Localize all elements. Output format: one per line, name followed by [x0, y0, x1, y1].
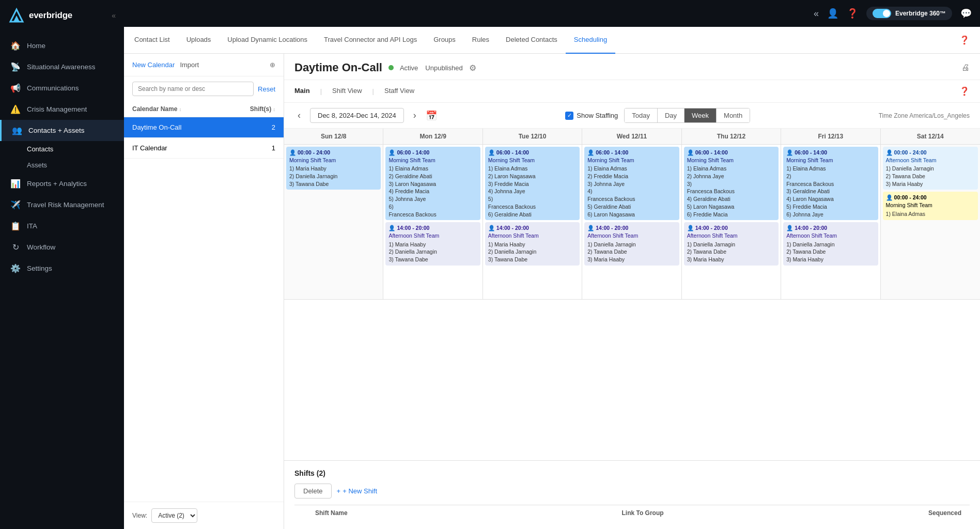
- search-input[interactable]: [132, 82, 254, 96]
- view-day-button[interactable]: Day: [657, 108, 684, 122]
- import-button[interactable]: Import: [180, 61, 199, 69]
- show-staffing-checkbox[interactable]: [565, 112, 573, 120]
- col-link-to-group: Link To Group: [622, 509, 929, 517]
- everbridge-360-toggle[interactable]: Everbridge 360™: [866, 7, 952, 20]
- toggle-switch[interactable]: [873, 9, 891, 18]
- shift-block[interactable]: 👤 06:00 - 14:00 Morning Shift Team 1) El…: [584, 147, 679, 220]
- user-icon[interactable]: 👤: [827, 8, 838, 19]
- shift-person: 2): [786, 173, 875, 180]
- new-shift-button[interactable]: + + New Shift: [337, 487, 377, 495]
- prev-week-button[interactable]: ‹: [294, 109, 304, 122]
- new-calendar-button[interactable]: New Calendar: [132, 61, 175, 69]
- show-staffing-row: Show Staffing: [565, 112, 618, 120]
- shift-block-morning-sat[interactable]: 👤 00:00 - 24:00 Morning Shift Team 1) El…: [883, 192, 978, 220]
- shift-name: Morning Shift Team: [388, 157, 477, 164]
- tab-rules[interactable]: Rules: [464, 27, 497, 54]
- shift-block-afternoon[interactable]: 👤 14:00 - 20:00 Afternoon Shift Team 1) …: [584, 222, 679, 265]
- shift-block[interactable]: 👤 00:00 - 24:00 Morning Shift Team 1) Ma…: [286, 147, 381, 190]
- view-month-button[interactable]: Month: [716, 108, 750, 122]
- shift-block-afternoon[interactable]: 👤 14:00 - 20:00 Afternoon Shift Team 1) …: [385, 222, 480, 265]
- shift-name: Afternoon Shift Team: [886, 157, 975, 164]
- shift-person: Francesca Backous: [587, 195, 676, 203]
- tab-uploads[interactable]: Uploads: [178, 27, 220, 54]
- sub-tab-divider-2: |: [372, 87, 374, 95]
- collapse-sidebar-button[interactable]: «: [112, 11, 116, 20]
- nav-tabs-bar: Contact List Uploads Upload Dynamic Loca…: [124, 27, 980, 54]
- sidebar-item-crisis-management[interactable]: ⚠️ Crisis Management: [0, 99, 124, 120]
- shift-person: 2) Daniella Jarnagin: [488, 248, 577, 256]
- tab-contact-list[interactable]: Contact List: [134, 27, 178, 54]
- day-cell-thu: 👤 06:00 - 14:00 Morning Shift Team 1) El…: [682, 145, 781, 300]
- sub-tab-shift-view[interactable]: Shift View: [332, 80, 362, 103]
- shift-person: 5) Laron Nagasawa: [687, 203, 775, 211]
- print-button[interactable]: 🖨: [961, 63, 970, 72]
- calendar-shifts: 1: [272, 144, 275, 152]
- sidebar-item-label: Contacts + Assets: [28, 127, 84, 134]
- sidebar-item-situational-awareness[interactable]: 📡 Situational Awareness: [0, 56, 124, 77]
- sub-tab-help-icon[interactable]: ❓: [959, 86, 970, 96]
- chat-icon[interactable]: 💬: [960, 8, 972, 19]
- day-cell-wed: 👤 06:00 - 14:00 Morning Shift Team 1) El…: [582, 145, 681, 300]
- shift-time: 👤 14:00 - 20:00: [587, 224, 676, 232]
- shift-block[interactable]: 👤 00:00 - 24:00 Afternoon Shift Team 1) …: [883, 147, 978, 190]
- calendar-row-it-calendar[interactable]: IT Calendar 1: [124, 138, 284, 159]
- panel-settings-icon[interactable]: ⊕: [270, 61, 275, 69]
- right-panel: Daytime On-Call Active Unpublished ⚙ 🖨 M…: [284, 54, 980, 529]
- sub-tab-main[interactable]: Main: [294, 80, 310, 103]
- communications-icon: 📢: [10, 83, 21, 93]
- shift-block-afternoon[interactable]: 👤 14:00 - 20:00 Afternoon Shift Team 1) …: [783, 222, 878, 265]
- shift-block[interactable]: 👤 06:00 - 14:00 Morning Shift Team 1) El…: [783, 147, 878, 220]
- shift-block-afternoon[interactable]: 👤 14:00 - 20:00 Afternoon Shift Team 1) …: [485, 222, 580, 265]
- tab-deleted-contacts[interactable]: Deleted Contacts: [497, 27, 566, 54]
- shift-time: 👤 06:00 - 14:00: [488, 149, 577, 157]
- tab-travel-connector[interactable]: Travel Connector and API Logs: [316, 27, 425, 54]
- shift-block[interactable]: 👤 06:00 - 14:00 Morning Shift Team 1) El…: [385, 147, 480, 220]
- sidebar-item-communications[interactable]: 📢 Communications: [0, 77, 124, 99]
- sidebar-item-contacts-assets[interactable]: 👥 Contacts + Assets: [0, 120, 124, 141]
- sort-arrow-name[interactable]: ↕: [179, 107, 182, 112]
- shift-person: 3) Tawana Dabe: [388, 256, 477, 263]
- shift-person: 1) Daniella Jarnagin: [587, 241, 676, 248]
- sidebar-item-home[interactable]: 🏠 Home: [0, 35, 124, 56]
- shift-person: 4) Laron Nagasawa: [786, 195, 875, 203]
- sidebar-item-reports-analytics[interactable]: 📊 Reports + Analytics: [0, 173, 124, 194]
- calendar-settings-button[interactable]: ⚙: [469, 63, 476, 73]
- shift-block[interactable]: 👤 06:00 - 14:00 Morning Shift Team 1) El…: [485, 147, 580, 220]
- contacts-sub-label: Contacts: [27, 145, 53, 153]
- sidebar-item-contacts[interactable]: Contacts: [0, 141, 124, 157]
- sidebar-item-assets[interactable]: Assets: [0, 157, 124, 173]
- date-range-button[interactable]: Dec 8, 2024-Dec 14, 2024: [310, 108, 404, 123]
- shift-person: 3) Maria Haaby: [587, 256, 676, 263]
- help-icon[interactable]: ❓: [847, 8, 858, 19]
- plus-icon: +: [337, 487, 341, 495]
- view-week-button[interactable]: Week: [684, 108, 716, 122]
- shift-person: Francesca Backous: [786, 180, 875, 188]
- view-today-button[interactable]: Today: [625, 108, 657, 122]
- delete-button[interactable]: Delete: [294, 484, 332, 499]
- day-header-sun: Sun 12/8: [284, 129, 383, 144]
- person-icon: 👤: [488, 149, 495, 157]
- view-select[interactable]: Active (2) All Inactive: [151, 508, 197, 523]
- sidebar-item-workflow[interactable]: ↻ Workflow: [0, 237, 124, 258]
- sub-tab-staff-view[interactable]: Staff View: [384, 80, 414, 103]
- back-double-arrow-icon[interactable]: «: [814, 8, 819, 19]
- shift-time: 👤 14:00 - 20:00: [388, 224, 477, 232]
- sort-arrow-shifts[interactable]: ↕: [273, 107, 276, 112]
- sidebar-item-label: Situational Awareness: [27, 63, 96, 71]
- calendar-row-daytime-oncall[interactable]: Daytime On-Call 2: [124, 117, 284, 138]
- reset-button[interactable]: Reset: [258, 85, 275, 93]
- next-week-button[interactable]: ›: [410, 109, 419, 122]
- tab-groups[interactable]: Groups: [425, 27, 464, 54]
- shift-block[interactable]: 👤 06:00 - 14:00 Morning Shift Team 1) El…: [684, 147, 779, 220]
- shift-block-afternoon[interactable]: 👤 14:00 - 20:00 Afternoon Shift Team 1) …: [684, 222, 779, 265]
- shift-person: Francesca Backous: [488, 203, 577, 211]
- tab-scheduling[interactable]: Scheduling: [566, 27, 615, 54]
- nav-help-icon[interactable]: ❓: [959, 35, 970, 45]
- sidebar-item-settings[interactable]: ⚙️ Settings: [0, 258, 124, 279]
- calendar-picker-icon[interactable]: 📅: [426, 110, 437, 121]
- shift-person: 4): [587, 188, 676, 195]
- top-header: « 👤 ❓ Everbridge 360™ 💬: [124, 0, 980, 27]
- sidebar-item-ita[interactable]: 📋 ITA: [0, 215, 124, 237]
- tab-upload-dynamic-locations[interactable]: Upload Dynamic Locations: [219, 27, 316, 54]
- sidebar-item-travel-risk[interactable]: ✈️ Travel Risk Management: [0, 194, 124, 215]
